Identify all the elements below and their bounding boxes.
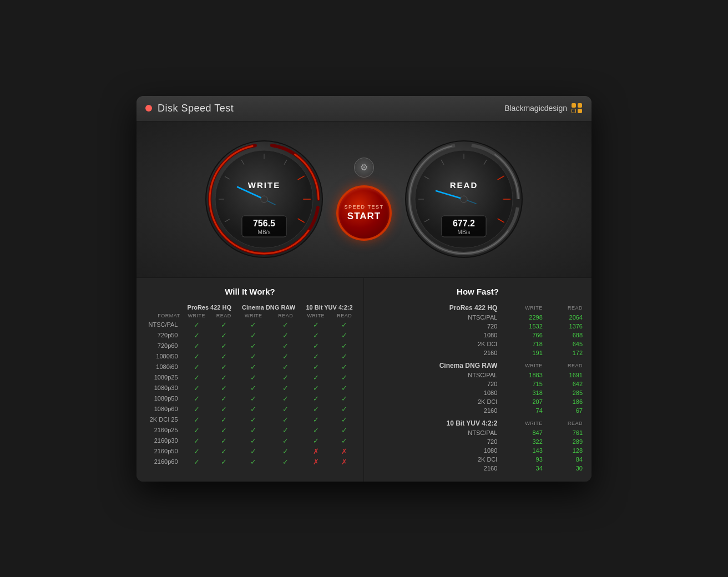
check-cell: ✓: [183, 320, 211, 330]
check-cell: ✓: [236, 351, 270, 362]
check-cell: ✓: [236, 372, 270, 383]
check-icon: ✓: [282, 342, 289, 350]
brand-logo: Blackmagicdesign: [504, 103, 583, 113]
check-icon: ✓: [341, 352, 347, 361]
check-icon: ✓: [313, 331, 319, 340]
svg-text:WRITE: WRITE: [248, 180, 280, 190]
check-cell: ✓: [236, 362, 270, 372]
fast-write-value: 207: [499, 397, 544, 406]
check-icon: ✓: [313, 416, 319, 424]
check-cell: ✓: [211, 425, 236, 436]
check-cell: ✓: [271, 457, 301, 467]
check-cell: ✓: [183, 330, 211, 341]
fast-row-label: 2K DCI: [371, 397, 499, 406]
check-icon: ✓: [250, 342, 256, 350]
check-cell: ✓: [271, 414, 301, 425]
check-cell: ✓: [331, 330, 358, 341]
dot-3: [572, 109, 576, 113]
check-cell: ✓: [236, 425, 270, 436]
fast-section-label: ProRes 422 HQ: [371, 303, 499, 313]
check-cell: ✓: [183, 457, 211, 467]
check-icon: ✓: [194, 458, 200, 466]
fast-data-row: 2160 74 67: [371, 406, 585, 415]
start-main-text: START: [347, 211, 381, 222]
fast-row-label: 720: [371, 437, 499, 446]
start-button[interactable]: SPEED TEST START: [336, 185, 392, 241]
check-cell: ✓: [183, 372, 211, 383]
will-table-row: 1080p25✓✓✓✓✓✓: [142, 372, 358, 383]
check-cell: ✓: [331, 436, 358, 446]
check-icon: ✓: [282, 331, 289, 340]
check-icon: ✓: [194, 321, 200, 329]
check-cell: ✗: [331, 446, 358, 457]
fast-data-row: NTSC/PAL 1883 1691: [371, 371, 585, 379]
check-cell: ✓: [331, 414, 358, 425]
check-icon: ✓: [282, 447, 289, 455]
cross-icon: ✗: [313, 447, 319, 455]
check-icon: ✓: [194, 373, 200, 382]
check-icon: ✓: [250, 458, 256, 466]
check-icon: ✓: [313, 342, 319, 350]
check-cell: ✓: [301, 362, 331, 372]
check-cell: ✓: [301, 393, 331, 404]
gauges-section: 756.5 MB/s WRITE ⚙ SPEED TEST START: [136, 122, 592, 278]
title-bar-left: Disk Speed Test: [145, 103, 234, 114]
fast-write-header: WRITE: [499, 303, 544, 313]
fast-write-value: 715: [499, 379, 544, 388]
fast-row-label: 2160: [371, 348, 499, 357]
cross-icon: ✗: [341, 458, 347, 466]
check-icon: ✓: [250, 447, 256, 455]
dot-2: [578, 103, 582, 108]
fast-section-header: Cinema DNG RAW WRITE READ: [371, 361, 585, 371]
check-cell: ✓: [211, 393, 236, 404]
fast-write-value: 718: [499, 340, 544, 348]
check-icon: ✓: [194, 416, 200, 424]
check-icon: ✓: [341, 405, 347, 413]
fast-read-value: 30: [545, 464, 585, 473]
fast-row-label: 2K DCI: [371, 455, 499, 464]
check-cell: ✓: [271, 404, 301, 414]
check-cell: ✓: [183, 425, 211, 436]
check-cell: ✓: [301, 372, 331, 383]
fast-row-label: 2K DCI: [371, 340, 499, 348]
check-icon: ✓: [282, 321, 289, 329]
check-cell: ✓: [211, 372, 236, 383]
settings-button[interactable]: ⚙: [354, 158, 374, 178]
yuv-read-header: READ: [331, 312, 358, 320]
check-icon: ✓: [194, 447, 200, 455]
check-cell: ✓: [183, 383, 211, 393]
close-button[interactable]: [145, 105, 152, 112]
check-icon: ✓: [282, 405, 289, 413]
format-row-label: 720p50: [142, 330, 183, 341]
cross-icon: ✗: [313, 458, 319, 466]
fast-read-value: 761: [545, 428, 585, 437]
fast-data-row: 720 715 642: [371, 379, 585, 388]
check-cell: ✓: [236, 341, 270, 351]
check-icon: ✓: [341, 437, 347, 445]
check-cell: ✓: [301, 351, 331, 362]
dot-4: [578, 109, 582, 113]
svg-point-18: [261, 196, 267, 203]
check-icon: ✓: [250, 394, 256, 403]
check-icon: ✓: [313, 321, 319, 329]
format-row-label: 2160p30: [142, 436, 183, 446]
fast-write-value: 143: [499, 446, 544, 455]
check-cell: ✓: [271, 372, 301, 383]
check-cell: ✓: [183, 446, 211, 457]
fast-read-value: 642: [545, 379, 585, 388]
check-cell: ✓: [211, 383, 236, 393]
check-cell: ✓: [331, 341, 358, 351]
check-icon: ✓: [282, 363, 289, 371]
fast-data-row: 1080 318 285: [371, 388, 585, 397]
check-cell: ✓: [271, 320, 301, 330]
format-row-label: 2K DCI 25: [142, 414, 183, 425]
check-cell: ✓: [211, 457, 236, 467]
check-cell: ✓: [183, 404, 211, 414]
check-icon: ✓: [221, 363, 227, 371]
check-icon: ✓: [250, 321, 256, 329]
check-cell: ✓: [301, 320, 331, 330]
will-table-row: 1080p50✓✓✓✓✓✓: [142, 393, 358, 404]
check-icon: ✓: [221, 373, 227, 382]
svg-point-41: [461, 196, 467, 203]
fast-row-label: 2160: [371, 464, 499, 473]
